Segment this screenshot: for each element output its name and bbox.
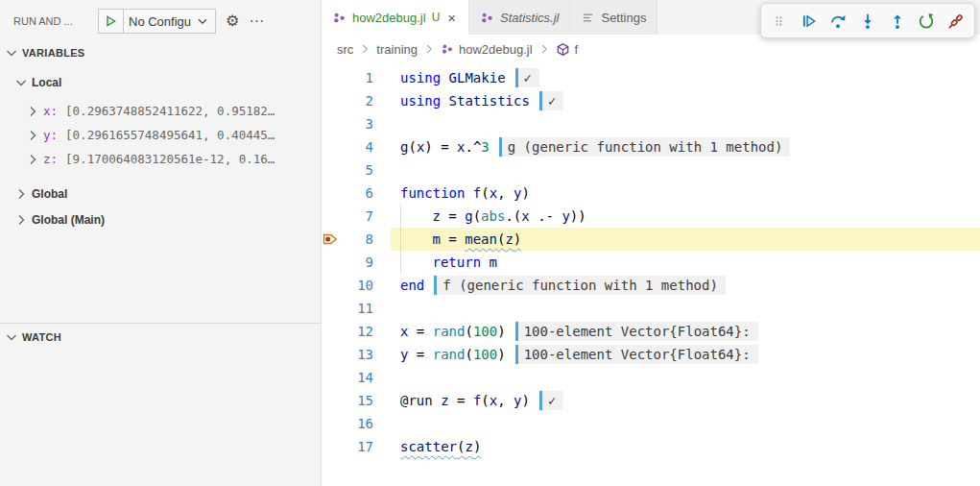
variable-row-x[interactable]: x: [0.2963748852411622, 0.95182… <box>0 99 321 123</box>
code-line-text <box>391 158 980 182</box>
chevron-right-icon[interactable] <box>25 128 40 143</box>
chevron-right-icon <box>13 186 29 202</box>
julia-icon <box>480 11 494 25</box>
line-number: 14 <box>339 366 373 389</box>
chevron-down-icon <box>13 75 29 90</box>
tab-statistics[interactable]: Statistics.jl <box>469 0 570 35</box>
more-actions-icon[interactable]: ··· <box>249 13 264 29</box>
tab-label[interactable]: how2debug.jl <box>352 11 426 25</box>
code-line: 12x = rand(100)100-element Vector{Float6… <box>322 320 980 343</box>
step-into-button[interactable] <box>854 8 881 35</box>
line-number: 16 <box>339 412 373 435</box>
close-icon[interactable]: × <box>445 10 458 26</box>
tab-settings[interactable]: Settings <box>570 0 657 35</box>
gear-icon[interactable]: ⚙ <box>226 13 239 29</box>
code-line: 13y = rand(100)100-element Vector{Float6… <box>322 343 980 366</box>
chevron-down-icon <box>4 329 19 345</box>
code-line-text <box>391 366 980 389</box>
code-line-text: @run z = f(x, y)✓ <box>391 389 980 412</box>
gutter-cell[interactable] <box>322 182 339 205</box>
gutter-cell[interactable] <box>322 89 339 112</box>
gutter-cell[interactable] <box>322 135 339 158</box>
code-line-text: m = mean(z) <box>391 228 980 251</box>
inline-result: f (generic function with 1 method) <box>434 276 726 295</box>
scope-global-main[interactable]: Global (Main) <box>0 207 321 232</box>
line-number: 9 <box>339 251 373 274</box>
gutter-cell[interactable] <box>322 251 339 274</box>
step-over-button[interactable] <box>825 8 851 35</box>
breadcrumb-src[interactable]: src <box>337 42 353 57</box>
indent-guide <box>400 251 433 274</box>
variable-row-z[interactable]: z: [9.170064083120561e-12, 0.16… <box>0 147 321 171</box>
gutter-cell[interactable] <box>322 389 339 412</box>
breadcrumb-training[interactable]: training <box>376 42 418 57</box>
section-label: VARIABLES <box>22 47 84 59</box>
config-name-label[interactable]: No Configu <box>129 14 191 29</box>
code-line-text: using GLMakie✓ <box>391 66 980 89</box>
panel-title: RUN AND ... <box>13 15 88 27</box>
line-number: 3 <box>339 112 373 135</box>
chevron-right-icon <box>538 42 551 56</box>
chevron-right-icon[interactable] <box>25 152 40 167</box>
debug-config-dropdown[interactable]: No Configu <box>98 9 216 34</box>
scope-global[interactable]: Global <box>0 181 321 207</box>
breakpoint-current-line-icon[interactable] <box>322 228 339 251</box>
code-line: 11 <box>322 297 980 320</box>
code-line-text: g(x) = x.^3g (generic function with 1 me… <box>391 135 980 158</box>
line-number: 7 <box>339 205 373 228</box>
code-line: 10endf (generic function with 1 method) <box>322 274 980 297</box>
tab-label[interactable]: Settings <box>601 11 646 25</box>
vscode-window: RUN AND ... No Configu ⚙ ··· VARIABLES <box>0 0 980 486</box>
gutter-cell[interactable] <box>322 366 339 389</box>
code-line-text: scatter(z) <box>391 435 980 458</box>
variables-section-header[interactable]: VARIABLES <box>0 42 321 63</box>
symbol-method-icon <box>556 42 570 57</box>
gutter-cell[interactable] <box>322 435 339 458</box>
inline-result: ✓ <box>539 391 563 410</box>
tab-how2debug[interactable]: how2debug.jl U × <box>322 0 469 35</box>
disconnect-button[interactable] <box>943 8 969 35</box>
tab-label[interactable]: Statistics.jl <box>500 11 559 25</box>
variable-value: [0.2961655748495641, 0.40445… <box>65 128 275 142</box>
scope-local[interactable]: Local <box>0 71 321 94</box>
variable-row-y[interactable]: y: [0.2961655748495641, 0.40445… <box>0 123 321 147</box>
gutter-cell[interactable] <box>322 274 339 297</box>
code-line-text <box>391 297 980 320</box>
restart-button[interactable] <box>914 8 941 35</box>
gutter-cell[interactable] <box>322 412 339 435</box>
indent-guide <box>400 228 433 251</box>
code-line: 2using Statistics✓ <box>322 89 980 112</box>
code-line-text: endf (generic function with 1 method) <box>391 274 980 297</box>
step-out-button[interactable] <box>884 8 911 35</box>
code-line-text: x = rand(100)100-element Vector{Float64}… <box>391 320 980 343</box>
gutter-cell[interactable] <box>322 66 339 89</box>
code-line: 3 <box>322 112 980 135</box>
gutter-cell[interactable] <box>322 112 339 135</box>
start-debug-icon[interactable] <box>103 13 118 29</box>
code-line: 7z = g(abs.(x .- y)) <box>322 205 980 228</box>
inline-result: ✓ <box>515 68 539 87</box>
breadcrumb-file[interactable]: how2debug.jl <box>459 42 533 57</box>
gutter-cell[interactable] <box>322 297 339 320</box>
breadcrumb-symbol[interactable]: f <box>575 42 579 57</box>
gutter-cell[interactable] <box>322 343 339 366</box>
line-number: 17 <box>339 435 373 458</box>
chevron-down-icon[interactable] <box>196 14 209 28</box>
chevron-right-icon[interactable] <box>25 104 40 119</box>
code-line-text: function f(x, y) <box>391 182 980 205</box>
editor-group: how2debug.jl U × Statistics.jl <box>322 0 980 486</box>
chevron-right-icon <box>422 42 436 56</box>
watch-section-header[interactable]: WATCH <box>0 324 321 351</box>
gutter-cell[interactable] <box>322 205 339 228</box>
settings-list-icon <box>581 11 595 25</box>
gripper-icon[interactable] <box>766 8 793 35</box>
continue-button[interactable] <box>796 8 823 35</box>
code-area[interactable]: 1using GLMakie✓2using Statistics✓34g(x) … <box>322 63 980 486</box>
gutter-cell[interactable] <box>322 320 339 343</box>
code-line: 1using GLMakie✓ <box>322 66 980 89</box>
debug-panel-header: RUN AND ... No Configu ⚙ ··· <box>0 0 321 42</box>
code-line-text <box>391 112 980 135</box>
gutter-cell[interactable] <box>322 158 339 182</box>
code-line-text: using Statistics✓ <box>391 89 980 112</box>
line-number: 1 <box>339 66 373 89</box>
